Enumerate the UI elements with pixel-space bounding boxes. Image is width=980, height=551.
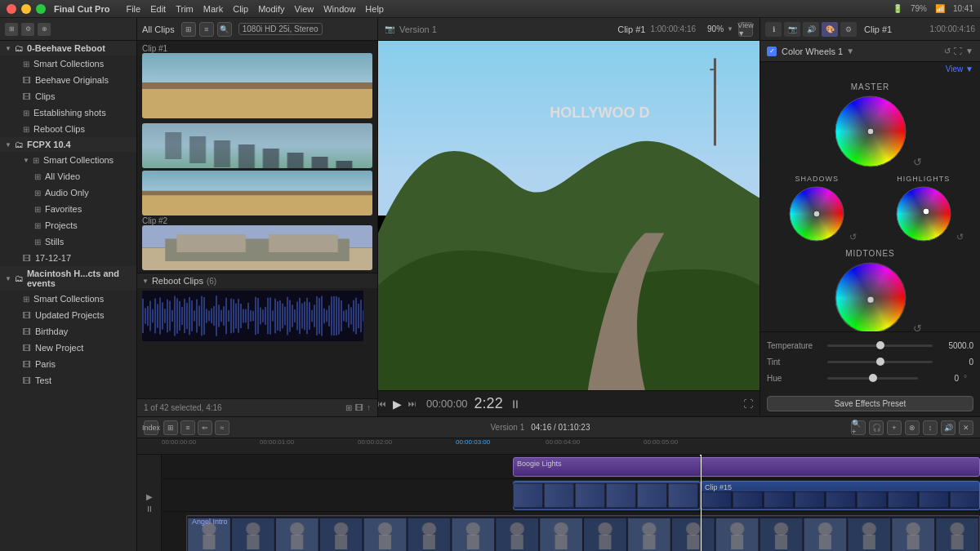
menu-edit[interactable]: Edit: [150, 4, 166, 14]
sidebar-item-smart-collections-1[interactable]: ⊞ Smart Collections: [7, 56, 136, 72]
browser-list-btn[interactable]: ≡: [199, 22, 214, 37]
midtones-reset-icon[interactable]: ↺: [913, 322, 922, 331]
sidebar-item-audio-only[interactable]: ⊞ Audio Only: [18, 184, 136, 201]
timeline-zoom-btn[interactable]: ≈: [215, 420, 229, 435]
sidebar-item-favorites[interactable]: ⊞ Favorites: [18, 201, 136, 217]
sidebar-item-smart-collections-3[interactable]: ⊞ Smart Collections: [7, 291, 136, 307]
midtones-color-wheel[interactable]: [834, 261, 907, 331]
library-1-header[interactable]: ▼ 🗂 0-Beehave Reboot: [0, 41, 136, 56]
window-controls[interactable]: [7, 4, 46, 14]
sidebar-item-clips-1[interactable]: 🎞 Clips: [7, 88, 136, 104]
tl-pause-icon[interactable]: ⏸: [145, 504, 154, 513]
sidebar-item-all-video[interactable]: ⊞ All Video: [18, 168, 136, 184]
clip-15-timeline[interactable]: Clip #15: [701, 481, 980, 510]
sidebar-item-reboot-clips[interactable]: ⊞ Reboot Clips: [7, 121, 136, 137]
menu-modify[interactable]: Modify: [258, 4, 284, 14]
inspector-color-icon[interactable]: 🎨: [822, 22, 838, 37]
audio-btn[interactable]: 🔊: [941, 420, 956, 435]
inspector-video-icon[interactable]: 📷: [784, 22, 800, 37]
browser-grid-btn[interactable]: ⊞: [181, 22, 196, 37]
play-button[interactable]: ▶: [393, 398, 402, 411]
menu-view[interactable]: View: [295, 4, 314, 14]
inspector-audio-icon[interactable]: 🔊: [803, 22, 819, 37]
clip-view-btn[interactable]: ⊞: [163, 420, 178, 435]
tl-collapse-icon[interactable]: ▶: [146, 492, 153, 501]
cw-more-icon[interactable]: ▼: [965, 47, 973, 56]
highlights-color-wheel[interactable]: [895, 185, 952, 242]
library-3-header[interactable]: ▼ 🗂 Macintosh H...cts and events: [0, 266, 136, 291]
menu-help[interactable]: Help: [365, 4, 384, 14]
maximize-button[interactable]: [36, 4, 46, 14]
browser-clip-1[interactable]: Clip #1: [137, 41, 377, 121]
master-reset-icon[interactable]: ↺: [913, 156, 922, 168]
minimize-button[interactable]: [21, 4, 31, 14]
inspector-info-icon[interactable]: ℹ: [765, 22, 782, 37]
index-button[interactable]: Index: [144, 420, 158, 435]
sidebar-item-paris[interactable]: 🎞 Paris: [7, 356, 136, 372]
boogie-lights-clip[interactable]: Boogie Lights: [513, 457, 980, 477]
angel-intro-clip[interactable]: Angel Intro: [186, 515, 980, 551]
reboot-clips-header[interactable]: ▼ Reboot Clips (6): [137, 273, 377, 288]
menu-mark[interactable]: Mark: [203, 4, 223, 14]
preview-image[interactable]: [378, 41, 760, 390]
tool-icon[interactable]: ↑: [367, 403, 371, 412]
view-button[interactable]: View ▼: [738, 22, 753, 37]
sidebar-item-updated-projects[interactable]: 🎞 Updated Projects: [7, 307, 136, 323]
timeline-tracks[interactable]: Boogie Lights Clip #1: [162, 455, 980, 551]
library-2-items: ▼ ⊞ Smart Collections ⊞ All Video ⊞ Audi…: [0, 152, 136, 266]
tint-slider[interactable]: [827, 361, 933, 363]
snap-btn[interactable]: ⊗: [905, 420, 920, 435]
hue-slider[interactable]: [827, 377, 918, 380]
menu-file[interactable]: File: [126, 4, 140, 14]
skimmer-btn[interactable]: ↕: [923, 420, 938, 435]
append-btn[interactable]: +: [887, 420, 902, 435]
sidebar-item-projects[interactable]: ⊞ Projects: [18, 217, 136, 233]
skip-fwd-icon[interactable]: ⏭: [408, 399, 416, 408]
filmstrip-icon[interactable]: 🎞: [355, 403, 363, 412]
zoom-out-btn[interactable]: 🎧: [869, 420, 884, 435]
browser-clips[interactable]: Clip #1 Clip #2: [137, 41, 377, 398]
sidebar-item-test[interactable]: 🎞 Test: [7, 372, 136, 389]
menu-trim[interactable]: Trim: [176, 4, 194, 14]
cw-reset-icon[interactable]: ↺: [944, 47, 951, 56]
clip-view-icon[interactable]: ⊞: [345, 403, 352, 412]
timeline-tool-btn[interactable]: ⇐: [198, 420, 212, 435]
view-dropdown[interactable]: View ▼: [760, 62, 980, 76]
highlights-reset-icon[interactable]: ↺: [956, 232, 964, 242]
zoom-in-btn[interactable]: 🔍+: [851, 420, 866, 435]
playhead[interactable]: [701, 455, 702, 551]
library-2-header[interactable]: ▼ 🗂 FCPX 10.4: [0, 137, 136, 152]
pause-icon[interactable]: ⏸: [510, 398, 521, 411]
cw-expand-icon[interactable]: ⛶: [954, 47, 962, 56]
master-color-wheel[interactable]: [834, 95, 907, 168]
shadows-wheel-wrapper: ↺: [788, 185, 845, 242]
sidebar-item-17-12[interactable]: 🎞 17-12-17: [7, 250, 136, 266]
close-button[interactable]: [7, 4, 16, 14]
browser-clip-2[interactable]: Clip #2: [137, 121, 377, 273]
sidebar-icon-3[interactable]: ⊕: [38, 23, 51, 36]
color-wheels-checkbox[interactable]: ✓: [767, 47, 777, 56]
sidebar-item-birthday[interactable]: 🎞 Birthday: [7, 323, 136, 340]
zoom-control[interactable]: 90% ▼: [707, 24, 733, 33]
sidebar-item-beehave-originals[interactable]: 🎞 Beehave Originals: [7, 72, 136, 88]
shadows-color-wheel[interactable]: [788, 185, 845, 242]
birthday-icon: 🎞: [23, 327, 31, 336]
shadows-reset-icon[interactable]: ↺: [849, 232, 857, 242]
inspector-gear-icon[interactable]: ⚙: [840, 22, 857, 37]
list-view-btn[interactable]: ≡: [180, 420, 195, 435]
sidebar-item-new-project[interactable]: 🎞 New Project: [7, 340, 136, 356]
save-effects-preset-button[interactable]: Save Effects Preset: [767, 396, 973, 411]
temperature-slider[interactable]: [827, 344, 933, 347]
browser-search-btn[interactable]: 🔍: [217, 22, 232, 37]
menu-clip[interactable]: Clip: [233, 4, 248, 14]
sidebar-icon-2[interactable]: ⚙: [21, 23, 34, 36]
sidebar-item-stills[interactable]: ⊞ Stills: [18, 233, 136, 250]
clip-2-thumbnail-bot: [142, 225, 372, 270]
close-tl-btn[interactable]: ✕: [959, 420, 973, 435]
skip-back-icon[interactable]: ⏮: [378, 399, 386, 408]
fullscreen-button[interactable]: ⛶: [743, 398, 753, 410]
sidebar-item-establishing-shots[interactable]: ⊞ Establishing shots: [7, 104, 136, 121]
menu-window[interactable]: Window: [323, 4, 355, 14]
sidebar-icon-1[interactable]: ⊞: [5, 23, 18, 36]
sidebar-item-smart-collections-2-header[interactable]: ▼ ⊞ Smart Collections: [7, 152, 136, 168]
